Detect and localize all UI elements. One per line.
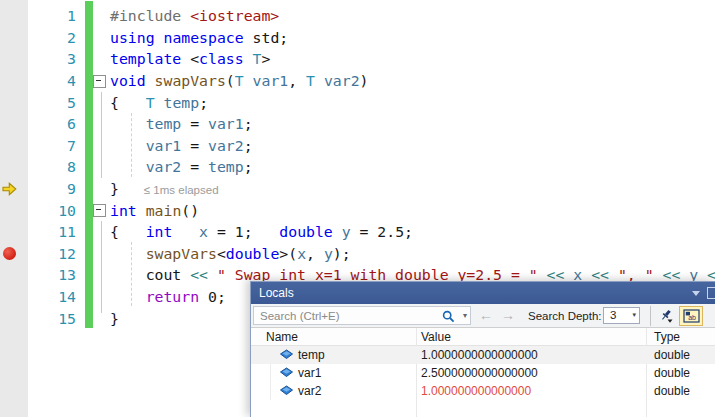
line-number: 13 bbox=[28, 266, 76, 283]
variable-type: double bbox=[654, 366, 690, 380]
code-line[interactable]: 4void swapVars(T var1, T var2) bbox=[0, 70, 715, 92]
breakpoint-gutter-cell[interactable] bbox=[0, 286, 28, 308]
line-number: 3 bbox=[28, 50, 76, 67]
code-token: double bbox=[279, 223, 332, 240]
code-token: int bbox=[110, 202, 137, 219]
pin-filter-button[interactable] bbox=[655, 306, 676, 326]
code-line[interactable]: 7 var1 = var2; bbox=[0, 135, 715, 157]
code-token: } bbox=[110, 180, 128, 197]
breakpoint-icon[interactable] bbox=[3, 247, 16, 260]
window-square-icon[interactable] bbox=[707, 287, 715, 299]
breakpoint-gutter-cell[interactable] bbox=[0, 307, 28, 329]
code-token: var1 bbox=[253, 72, 289, 89]
locals-row[interactable]: temp1.0000000000000000double bbox=[251, 346, 715, 364]
code-line[interactable]: 2using namespace std; bbox=[0, 27, 715, 49]
breakpoint-gutter-cell[interactable] bbox=[0, 221, 28, 243]
code-text: void swapVars(T var1, T var2) bbox=[110, 72, 368, 89]
breakpoint-gutter-cell[interactable] bbox=[0, 135, 28, 157]
breakpoint-gutter-cell[interactable] bbox=[0, 156, 28, 178]
code-text: using namespace std; bbox=[110, 29, 288, 46]
breakpoint-gutter-cell[interactable] bbox=[0, 264, 28, 286]
code-token: >( bbox=[279, 245, 297, 262]
fold-collapse-icon[interactable] bbox=[93, 204, 106, 217]
code-token: main bbox=[146, 202, 182, 219]
code-token: = bbox=[351, 223, 378, 240]
column-header-type[interactable]: Type bbox=[654, 330, 680, 344]
column-header-value[interactable]: Value bbox=[421, 330, 451, 344]
code-token: return bbox=[146, 288, 199, 305]
line-number: 14 bbox=[28, 288, 76, 305]
breakpoint-gutter-cell[interactable] bbox=[0, 243, 28, 265]
code-token: std; bbox=[244, 29, 289, 46]
code-token: temp bbox=[208, 158, 244, 175]
breakpoint-gutter-cell[interactable] bbox=[0, 199, 28, 221]
code-line[interactable]: 5{ T temp; bbox=[0, 91, 715, 113]
magnifier-icon[interactable] bbox=[442, 310, 455, 323]
code-token: ; bbox=[199, 94, 208, 111]
line-number: 5 bbox=[28, 94, 76, 111]
fold-collapse-icon[interactable] bbox=[93, 75, 106, 88]
breakpoint-gutter-cell[interactable] bbox=[0, 27, 28, 49]
code-token: ; bbox=[404, 223, 413, 240]
code-line[interactable]: 9} ≤ 1ms elapsed bbox=[0, 178, 715, 200]
search-depth-select[interactable]: 3 ▾ bbox=[603, 307, 640, 324]
code-token: y bbox=[324, 245, 333, 262]
column-header-name[interactable]: Name bbox=[266, 330, 298, 344]
search-back-icon[interactable]: ← bbox=[479, 307, 493, 323]
code-token: temp bbox=[163, 94, 199, 111]
fold-gutter-cell bbox=[76, 156, 110, 178]
code-line[interactable]: 12 swapVars<double>(x, y); bbox=[0, 243, 715, 265]
breakpoint-gutter-cell[interactable] bbox=[0, 178, 28, 200]
code-token: , bbox=[288, 72, 306, 89]
code-token: temp bbox=[146, 115, 182, 132]
code-token bbox=[146, 72, 155, 89]
code-token: swapVars bbox=[146, 245, 217, 262]
locals-row[interactable]: var21.000000000000000double bbox=[251, 382, 715, 400]
code-text: return 0; bbox=[110, 288, 226, 305]
code-token: T bbox=[306, 72, 315, 89]
breakpoint-gutter-cell[interactable] bbox=[0, 91, 28, 113]
breakpoint-gutter-cell[interactable] bbox=[0, 5, 28, 27]
code-token: > bbox=[262, 50, 271, 67]
text-display-toggle-button[interactable]: ab bbox=[679, 306, 703, 326]
search-options-chevron-down-icon[interactable]: ▾ bbox=[463, 311, 467, 320]
code-token: #include bbox=[110, 7, 190, 24]
fold-gutter-cell bbox=[76, 5, 110, 27]
code-token: T bbox=[146, 94, 155, 111]
search-input[interactable]: Search (Ctrl+E) ▾ bbox=[253, 306, 471, 325]
code-token: ; bbox=[217, 288, 226, 305]
code-line[interactable]: 10int main() bbox=[0, 199, 715, 221]
code-token bbox=[110, 245, 146, 262]
breakpoint-gutter-cell[interactable] bbox=[0, 113, 28, 135]
window-position-menu-icon[interactable] bbox=[692, 291, 700, 296]
perf-tip[interactable]: ≤ 1ms elapsed bbox=[144, 184, 219, 196]
search-depth-value: 3 bbox=[610, 309, 616, 321]
code-line[interactable]: 8 var2 = temp; bbox=[0, 156, 715, 178]
code-line[interactable]: 1#include <iostream> bbox=[0, 5, 715, 27]
code-line[interactable]: 3template <class T> bbox=[0, 48, 715, 70]
breakpoint-gutter-cell[interactable] bbox=[0, 70, 28, 92]
variable-value[interactable]: 2.5000000000000000 bbox=[421, 366, 538, 380]
code-token: , bbox=[306, 245, 324, 262]
variable-value[interactable]: 1.000000000000000 bbox=[421, 384, 531, 398]
variable-icon bbox=[280, 367, 293, 378]
variable-name: var2 bbox=[298, 384, 321, 398]
locals-title-bar[interactable]: Locals bbox=[251, 282, 715, 304]
breakpoint-gutter-cell[interactable] bbox=[0, 48, 28, 70]
ab-box-icon: ab bbox=[683, 309, 700, 323]
code-token bbox=[110, 115, 146, 132]
code-token bbox=[110, 137, 146, 154]
code-text: { T temp; bbox=[110, 94, 208, 111]
variable-icon bbox=[280, 349, 293, 360]
variable-value[interactable]: 1.0000000000000000 bbox=[421, 348, 538, 362]
line-number: 7 bbox=[28, 137, 76, 154]
code-text: temp = var1; bbox=[110, 115, 253, 132]
locals-row[interactable]: var12.5000000000000000double bbox=[251, 364, 715, 382]
code-token bbox=[333, 223, 342, 240]
code-token bbox=[208, 266, 217, 283]
code-line[interactable]: 11{ int x = 1; double y = 2.5; bbox=[0, 221, 715, 243]
search-forward-icon[interactable]: → bbox=[501, 307, 515, 323]
pin-filter-icon bbox=[658, 308, 674, 324]
code-line[interactable]: 6 temp = var1; bbox=[0, 113, 715, 135]
code-token bbox=[137, 202, 146, 219]
